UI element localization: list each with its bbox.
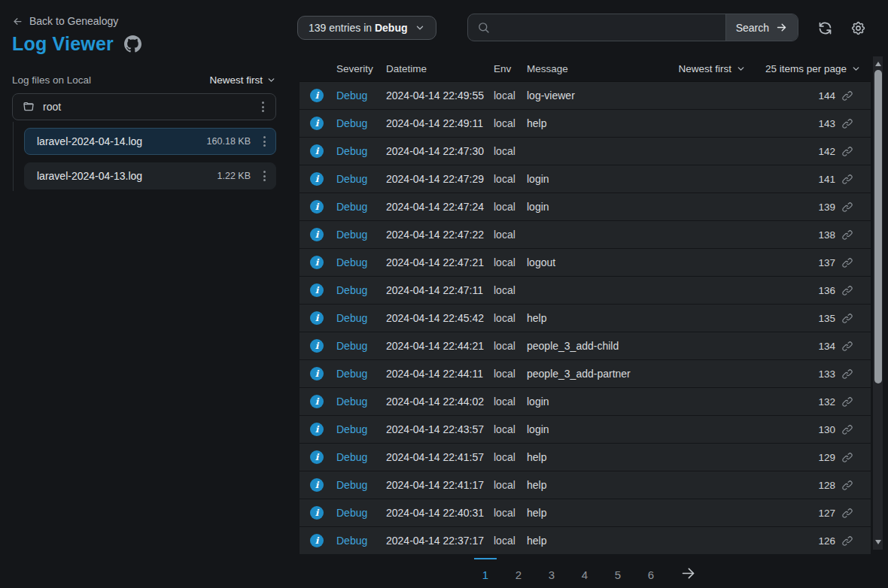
vertical-scrollbar[interactable] (873, 56, 883, 550)
env-cell: local (494, 507, 527, 519)
table-row[interactable]: i Debug 2024-04-14 22:49:55 local log-vi… (300, 82, 871, 110)
table-row[interactable]: i Debug 2024-04-14 22:40:31 local help 1… (300, 499, 871, 527)
message-cell: people_3_add-child (527, 340, 805, 352)
link-icon[interactable] (841, 535, 853, 547)
info-icon: i (310, 534, 324, 547)
table-row[interactable]: i Debug 2024-04-14 22:45:42 local help 1… (300, 305, 871, 332)
table-row[interactable]: i Debug 2024-04-14 22:44:21 local people… (300, 332, 871, 360)
table-row[interactable]: i Debug 2024-04-14 22:44:11 local people… (300, 360, 871, 388)
link-icon[interactable] (841, 90, 853, 102)
search-input[interactable] (490, 14, 725, 41)
pagination-next-icon[interactable] (680, 558, 696, 581)
link-icon[interactable] (841, 257, 853, 268)
severity-link[interactable]: Debug (336, 229, 386, 241)
table-row[interactable]: i Debug 2024-04-14 22:47:24 local login … (300, 193, 871, 221)
env-cell: local (494, 201, 527, 213)
table-row[interactable]: i Debug 2024-04-14 22:37:17 local help 1… (300, 527, 871, 555)
table-row[interactable]: i Debug 2024-04-14 22:49:11 local help 1… (300, 110, 871, 138)
pagination-page[interactable]: 2 (507, 558, 530, 581)
entry-index: 127 (805, 508, 835, 519)
table-row[interactable]: i Debug 2024-04-14 22:43:57 local login … (300, 416, 871, 444)
page-size-dropdown[interactable]: 25 items per page (765, 63, 861, 74)
file-menu-icon[interactable] (260, 133, 269, 150)
datetime-cell: 2024-04-14 22:47:22 (386, 229, 494, 241)
table-header-controls: Newest first 25 items per page (678, 63, 861, 74)
link-icon[interactable] (841, 229, 853, 241)
link-icon[interactable] (841, 285, 853, 296)
table-row[interactable]: i Debug 2024-04-14 22:44:02 local login … (300, 388, 871, 416)
link-icon[interactable] (841, 424, 853, 435)
datetime-cell: 2024-04-14 22:44:02 (386, 396, 494, 408)
github-icon[interactable] (124, 35, 141, 53)
severity-link[interactable]: Debug (336, 284, 386, 296)
scroll-down-icon[interactable] (875, 540, 881, 544)
entry-index: 137 (805, 257, 835, 268)
message-cell: login (527, 396, 805, 408)
severity-cell-icon: i (300, 478, 336, 492)
pagination-page[interactable]: 6 (640, 558, 662, 581)
severity-link[interactable]: Debug (336, 312, 386, 324)
pagination-page[interactable]: 5 (607, 558, 629, 581)
info-icon: i (310, 339, 324, 353)
env-cell: local (494, 340, 527, 352)
table-row[interactable]: i Debug 2024-04-14 22:41:17 local help 1… (300, 471, 871, 499)
log-file-item[interactable]: laravel-2024-04-13.log 1.22 KB (24, 162, 276, 189)
severity-link[interactable]: Debug (336, 173, 386, 185)
link-icon[interactable] (841, 368, 853, 380)
log-file-item[interactable]: laravel-2024-04-14.log 160.18 KB (24, 128, 276, 155)
datetime-cell: 2024-04-14 22:40:31 (386, 507, 494, 519)
table-header: Severity Datetime Env Message Newest fir… (300, 56, 871, 81)
table-row[interactable]: i Debug 2024-04-14 22:47:22 local 138 (300, 221, 871, 249)
message-cell: login (527, 173, 805, 185)
pagination-page[interactable]: 1 (474, 558, 497, 581)
severity-link[interactable]: Debug (336, 340, 386, 352)
severity-link[interactable]: Debug (336, 396, 386, 408)
chevron-down-icon (415, 23, 425, 33)
table-row[interactable]: i Debug 2024-04-14 22:47:21 local logout… (300, 249, 871, 277)
folder-menu-icon[interactable] (258, 99, 268, 115)
link-icon[interactable] (841, 396, 853, 408)
severity-link[interactable]: Debug (336, 451, 386, 463)
severity-link[interactable]: Debug (336, 256, 386, 268)
file-sort-dropdown[interactable]: Newest first (209, 74, 276, 86)
info-icon: i (310, 89, 324, 102)
file-menu-icon[interactable] (260, 168, 269, 184)
table-row[interactable]: i Debug 2024-04-14 22:47:30 local 142 (300, 138, 871, 165)
entries-sort-dropdown[interactable]: Newest first (678, 63, 746, 74)
severity-link[interactable]: Debug (336, 145, 386, 157)
pagination-page[interactable]: 4 (573, 558, 596, 581)
search-button[interactable]: Search (725, 14, 798, 41)
severity-link[interactable]: Debug (336, 423, 386, 435)
folder-item-root[interactable]: root (12, 93, 276, 120)
link-icon[interactable] (841, 508, 853, 519)
table-row[interactable]: i Debug 2024-04-14 22:47:29 local login … (300, 165, 871, 193)
gear-icon[interactable] (850, 20, 867, 36)
severity-link[interactable]: Debug (336, 117, 386, 129)
link-icon[interactable] (841, 202, 853, 213)
link-icon[interactable] (841, 313, 853, 324)
link-icon[interactable] (841, 480, 853, 491)
severity-link[interactable]: Debug (336, 201, 386, 213)
pagination-page[interactable]: 3 (540, 558, 563, 581)
link-icon[interactable] (841, 146, 853, 157)
severity-cell-icon: i (300, 367, 336, 380)
log-file-size: 1.22 KB (217, 171, 251, 181)
severity-cell-icon: i (300, 506, 336, 520)
table-row[interactable]: i Debug 2024-04-14 22:47:11 local 136 (300, 277, 871, 305)
datetime-cell: 2024-04-14 22:49:11 (386, 117, 494, 129)
back-link[interactable]: Back to Genealogy (12, 15, 118, 27)
link-icon[interactable] (841, 341, 853, 352)
entries-level-dropdown[interactable]: 139 entries in Debug (297, 16, 436, 40)
link-icon[interactable] (841, 174, 853, 185)
refresh-icon[interactable] (817, 20, 834, 36)
link-icon[interactable] (841, 118, 853, 129)
severity-link[interactable]: Debug (336, 479, 386, 491)
severity-link[interactable]: Debug (336, 89, 386, 102)
scroll-up-icon[interactable] (875, 62, 881, 66)
severity-link[interactable]: Debug (336, 535, 386, 547)
severity-link[interactable]: Debug (336, 368, 386, 380)
table-row[interactable]: i Debug 2024-04-14 22:41:57 local help 1… (300, 444, 871, 471)
link-icon[interactable] (841, 452, 853, 463)
severity-link[interactable]: Debug (336, 507, 386, 519)
scrollbar-thumb[interactable] (874, 70, 882, 383)
